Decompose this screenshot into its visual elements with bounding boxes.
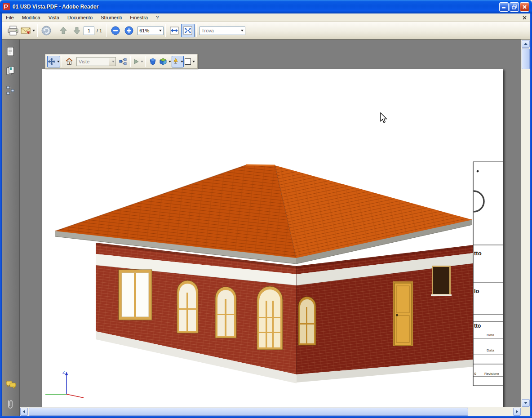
previous-view-icon — [40, 25, 52, 36]
toolbar-separator — [37, 24, 38, 37]
fit-width-icon — [169, 26, 180, 36]
window-border-bottom — [0, 416, 532, 418]
axis-z-label: Z — [62, 370, 65, 374]
zoom-level-select[interactable]: 61% — [137, 27, 164, 35]
titleblock-revisione-label: Revisione — [484, 372, 499, 376]
render-mode-button[interactable] — [147, 56, 159, 67]
minimize-button[interactable] — [499, 2, 509, 12]
toolbar-separator — [130, 56, 131, 67]
chevron-down-icon — [141, 61, 143, 62]
chevron-down-icon[interactable] — [109, 58, 115, 66]
zoom-out-button[interactable] — [109, 24, 122, 37]
close-icon — [522, 4, 527, 9]
find-input[interactable] — [201, 28, 236, 33]
views-dropdown[interactable]: Viste — [76, 57, 116, 66]
vertical-scroll-thumb[interactable] — [522, 49, 530, 69]
lamp-icon — [172, 58, 179, 65]
adobe-reader-window: 01 U3D Vista.PDF - Adobe Reader File Mod… — [0, 0, 532, 418]
background-color-button[interactable] — [184, 56, 195, 67]
chevron-down-icon — [32, 30, 35, 31]
menu-help[interactable]: ? — [152, 14, 163, 21]
restore-button[interactable] — [510, 2, 519, 12]
main-region: Z — [20, 40, 530, 416]
fit-page-icon — [182, 26, 193, 36]
horizontal-scrollbar[interactable] — [20, 407, 521, 416]
send-email-icon — [20, 26, 31, 36]
menu-modifica[interactable]: Modifica — [18, 14, 44, 21]
scroll-left-button[interactable] — [20, 408, 28, 416]
layers-icon — [6, 85, 15, 96]
document-area[interactable]: Z — [20, 40, 521, 407]
pages-panel-button[interactable] — [6, 46, 15, 59]
menubar: File Modifica Vista Documento Strumenti … — [2, 13, 530, 22]
house-model[interactable]: Z — [45, 165, 473, 398]
scroll-right-button[interactable] — [513, 408, 521, 416]
window-border-right — [530, 13, 532, 418]
titleblock-fragment: tto — [474, 323, 481, 329]
arch-window-2 — [215, 287, 236, 338]
bookmarks-panel-button[interactable] — [6, 66, 15, 78]
3d-model-annotation[interactable]: Z — [42, 69, 503, 407]
paperclip-icon — [6, 399, 15, 411]
roof — [55, 165, 472, 258]
arch-french-window — [257, 286, 283, 350]
rotate-icon — [48, 58, 56, 66]
menu-vista[interactable]: Vista — [44, 14, 63, 21]
print-button[interactable] — [6, 24, 20, 37]
entry-door — [393, 281, 413, 346]
zoom-in-icon — [124, 26, 134, 36]
navigation-panel-strip — [2, 40, 20, 416]
horizontal-scroll-thumb[interactable] — [29, 408, 468, 416]
model-tree-button[interactable] — [117, 56, 129, 67]
rotate-tool-button[interactable] — [47, 56, 60, 67]
fit-width-button[interactable] — [168, 24, 181, 37]
chevron-down-icon — [168, 61, 171, 62]
zoom-level-value: 61% — [139, 28, 149, 33]
close-document-button[interactable] — [523, 16, 527, 20]
toolbar-separator — [106, 24, 107, 37]
restore-icon — [512, 4, 517, 9]
menu-file[interactable]: File — [2, 14, 18, 21]
titlebar: 01 U3D Vista.PDF - Adobe Reader — [0, 0, 532, 13]
default-view-button[interactable] — [63, 56, 75, 67]
comments-panel-button[interactable] — [6, 380, 16, 391]
toolbar-separator — [196, 24, 197, 37]
fit-page-button[interactable] — [181, 24, 195, 37]
layers-panel-button[interactable] — [6, 85, 15, 98]
menu-finestra[interactable]: Finestra — [126, 14, 152, 21]
minimize-icon — [501, 4, 506, 9]
toolbar-separator — [165, 24, 166, 37]
comments-icon — [6, 380, 16, 390]
bookmarks-icon — [6, 66, 15, 76]
titleblock-fragment: o — [474, 371, 476, 376]
titleblock-data-label: Data — [487, 348, 494, 352]
previous-page-button[interactable] — [57, 24, 70, 37]
render-mode-icon — [149, 58, 156, 65]
vertical-scrollbar[interactable] — [521, 40, 530, 407]
scroll-up-button[interactable] — [522, 40, 530, 48]
lighting-button[interactable] — [172, 56, 184, 67]
model-color-button[interactable] — [159, 56, 172, 67]
arch-window-3 — [298, 297, 316, 345]
menu-strumenti[interactable]: Strumenti — [97, 14, 126, 21]
close-icon — [523, 16, 527, 20]
zoom-in-button[interactable] — [122, 24, 136, 37]
chevron-down-icon — [57, 61, 60, 62]
chevron-down-icon — [241, 30, 244, 31]
page-number-input[interactable] — [84, 27, 94, 35]
close-button[interactable] — [520, 2, 529, 12]
titleblock-fragment: tto — [474, 250, 482, 257]
chevron-down-icon — [159, 30, 162, 31]
menu-documento[interactable]: Documento — [63, 14, 97, 21]
titleblock-fragment: lo — [474, 288, 479, 294]
send-button[interactable] — [20, 24, 35, 37]
previous-view-button[interactable] — [40, 24, 53, 37]
attachments-panel-button[interactable] — [6, 399, 15, 413]
dark-window — [431, 266, 452, 296]
next-page-button[interactable] — [70, 24, 84, 37]
client-area: File Modifica Vista Documento Strumenti … — [2, 13, 530, 416]
find-box[interactable] — [200, 27, 245, 35]
play-animation-button[interactable] — [132, 56, 144, 67]
scroll-down-button[interactable] — [522, 399, 530, 407]
model-tree-icon — [119, 58, 127, 65]
